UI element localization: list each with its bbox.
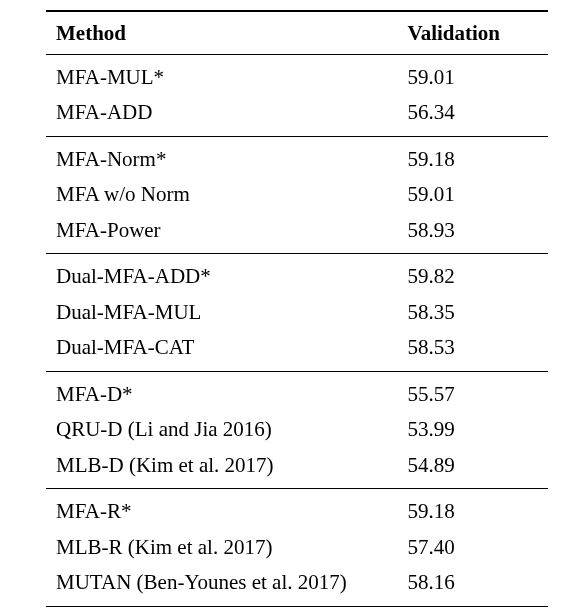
cell-validation: 54.89 [407,448,548,489]
table-row: QRU-D (Li and Jia 2016) 53.99 [46,412,548,448]
table-row: MFA-D* 55.57 [46,371,548,412]
table-row: MLB-R (Kim et al. 2017) 57.40 [46,530,548,566]
cell-validation: 58.16 [407,565,548,606]
cell-method: MFA-D* [46,371,407,412]
cell-validation: 59.18 [407,136,548,177]
table-row: MFA-ADD 56.34 [46,95,548,136]
table-row: MFA-Norm* 59.18 [46,136,548,177]
table-row: MFA-R* 59.18 [46,489,548,530]
cell-validation: 59.18 [407,489,548,530]
table-row: MUTAN (Ben-Younes et al. 2017) 58.16 [46,565,548,606]
table-row: Dual-MFA-MUL 58.35 [46,295,548,331]
cell-method: Dual-MFA-ADD* [46,254,407,295]
cell-method: MFA-ADD [46,95,407,136]
table-row: MLB-D (Kim et al. 2017) 54.89 [46,448,548,489]
cell-validation: 59.82 [407,254,548,295]
cell-method: MFA-Norm* [46,136,407,177]
cell-method: MFA-Power [46,213,407,254]
results-table: Method Validation MFA-MUL* 59.01 MFA-ADD… [46,10,548,608]
cell-method: MLB-D (Kim et al. 2017) [46,448,407,489]
cell-validation: 53.99 [407,412,548,448]
cell-method: Dual-MFA-CAT [46,330,407,371]
cell-validation: 55.57 [407,371,548,412]
cell-validation: 56.34 [407,95,548,136]
cell-validation: 59.01 [407,177,548,213]
table-row: MFA-MUL* 59.01 [46,54,548,95]
page-root: Method Validation MFA-MUL* 59.01 MFA-ADD… [0,0,578,608]
table-header-row: Method Validation [46,11,548,54]
cell-validation: 57.40 [407,530,548,566]
cell-method: QRU-D (Li and Jia 2016) [46,412,407,448]
cell-method: MLB-R (Kim et al. 2017) [46,530,407,566]
table-row: MFA w/o Norm 59.01 [46,177,548,213]
header-validation: Validation [407,11,548,54]
cell-validation: 58.93 [407,213,548,254]
cell-validation: 58.53 [407,330,548,371]
cell-method: MFA-R* [46,489,407,530]
header-method: Method [46,11,407,54]
table-row: Dual-MFA-ADD* 59.82 [46,254,548,295]
cell-method: MUTAN (Ben-Younes et al. 2017) [46,565,407,606]
table-row: MFA-Power 58.93 [46,213,548,254]
cell-method: MFA-MUL* [46,54,407,95]
table-row: Dual-MFA-CAT 58.53 [46,330,548,371]
cell-validation: 59.01 [407,54,548,95]
cell-method: MFA w/o Norm [46,177,407,213]
cell-validation: 58.35 [407,295,548,331]
cell-method: Dual-MFA-MUL [46,295,407,331]
